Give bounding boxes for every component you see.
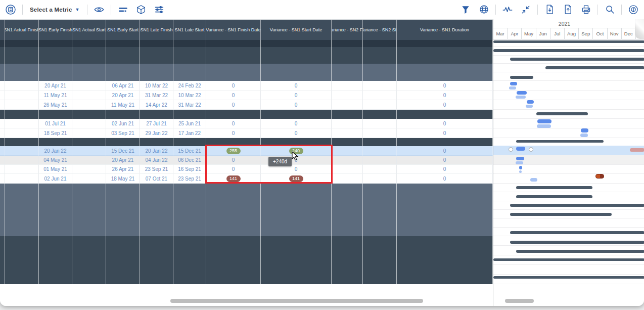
table-cell[interactable]: [261, 64, 332, 81]
table-cell[interactable]: 01 Jul 21: [39, 119, 72, 128]
table-cell[interactable]: [72, 138, 106, 146]
table-cell[interactable]: [332, 165, 363, 174]
table-cell[interactable]: 0: [206, 119, 261, 128]
table-cell[interactable]: 03 Sep 21: [106, 128, 140, 138]
table-cell[interactable]: [72, 110, 106, 119]
table-cell[interactable]: 141: [261, 174, 332, 184]
table-cell[interactable]: [106, 184, 140, 236]
table-row[interactable]: [0, 110, 493, 119]
table-cell[interactable]: [206, 138, 261, 146]
table-cell[interactable]: [106, 47, 140, 64]
table-cell[interactable]: [5, 47, 39, 64]
row-indicator-cell[interactable]: [0, 119, 5, 128]
table-cell[interactable]: 0: [261, 100, 332, 110]
table-cell[interactable]: 0: [206, 100, 261, 110]
table-cell[interactable]: [261, 47, 332, 64]
table-cell[interactable]: 0: [206, 91, 261, 100]
gantt-actual-bar[interactable]: [581, 128, 588, 132]
table-cell[interactable]: [363, 47, 397, 64]
table-row[interactable]: 11 May 2120 Apr 2131 Mar 2210 Mar 22000: [0, 91, 493, 100]
cube-icon[interactable]: [134, 3, 148, 16]
table-cell[interactable]: [397, 40, 493, 47]
column-header[interactable]: Variance - SN2 Sta: [363, 20, 397, 40]
table-cell[interactable]: [5, 91, 39, 100]
table-cell[interactable]: [363, 91, 397, 100]
table-cell[interactable]: [140, 184, 173, 236]
table-horizontal-scrollbar[interactable]: [170, 299, 423, 303]
table-cell[interactable]: 0: [397, 146, 493, 156]
table-cell[interactable]: [332, 146, 363, 156]
table-cell[interactable]: [261, 40, 332, 47]
table-cell[interactable]: [5, 110, 39, 119]
table-cell[interactable]: [397, 110, 493, 119]
column-header[interactable]: SN1 Early Finish: [39, 20, 72, 40]
gantt-baseline-bar[interactable]: [516, 96, 526, 99]
filter-icon[interactable]: [459, 3, 472, 16]
gantt-baseline-bar[interactable]: [509, 86, 516, 90]
table-cell[interactable]: 0: [397, 100, 493, 110]
table-cell[interactable]: [397, 184, 493, 236]
table-row[interactable]: [0, 138, 493, 146]
signal-wave-icon[interactable]: [501, 3, 514, 16]
table-row[interactable]: 20 Jan 2215 Dec 2120 Jan 2215 Dec 212552…: [0, 146, 493, 156]
table-cell[interactable]: [5, 119, 39, 128]
row-indicator-cell[interactable]: [0, 184, 5, 236]
table-cell[interactable]: [363, 146, 397, 156]
gantt-baseline-bar[interactable]: [516, 161, 523, 164]
table-cell[interactable]: [72, 128, 106, 138]
table-cell[interactable]: [261, 184, 332, 236]
row-indicator-cell[interactable]: [0, 91, 5, 100]
table-cell[interactable]: [72, 47, 106, 64]
table-cell[interactable]: 14 Apr 22: [140, 100, 173, 110]
gantt-actual-bar[interactable]: [517, 91, 527, 95]
table-cell[interactable]: 27 Jul 21: [140, 119, 173, 128]
app-menu-icon[interactable]: [4, 3, 17, 16]
table-cell[interactable]: [397, 64, 493, 81]
table-cell[interactable]: [363, 236, 397, 284]
row-indicator-cell[interactable]: [0, 128, 5, 138]
table-cell[interactable]: [206, 47, 261, 64]
table-cell[interactable]: [332, 47, 363, 64]
column-header[interactable]: SN1 Actual Start: [72, 20, 106, 40]
table-cell[interactable]: [39, 64, 72, 81]
table-cell[interactable]: [397, 236, 493, 284]
table-cell[interactable]: 23 Sep 21: [140, 165, 173, 174]
gantt-summary-bar[interactable]: [516, 250, 644, 253]
table-cell[interactable]: [39, 236, 72, 284]
table-cell[interactable]: [5, 138, 39, 146]
table-cell[interactable]: [332, 128, 363, 138]
table-cell[interactable]: 04 May 21: [39, 156, 72, 165]
table-cell[interactable]: 20 Apr 21: [39, 81, 72, 91]
metric-selector[interactable]: Select a Metric ▼: [28, 7, 82, 13]
table-cell[interactable]: 141: [206, 174, 261, 184]
table-cell[interactable]: 0: [206, 156, 261, 165]
table-cell[interactable]: 26 Apr 21: [106, 165, 140, 174]
table-cell[interactable]: [206, 236, 261, 284]
table-cell[interactable]: 02 Jun 21: [39, 174, 72, 184]
table-cell[interactable]: 0: [261, 128, 332, 138]
table-cell[interactable]: [206, 64, 261, 81]
gantt-summary-bar[interactable]: [510, 241, 644, 244]
gantt-summary-bar[interactable]: [510, 231, 644, 234]
table-cell[interactable]: [206, 184, 261, 236]
table-row[interactable]: 20 Apr 2106 Apr 2110 Mar 2224 Feb 22000: [0, 81, 493, 91]
table-cell[interactable]: 15 Dec 21: [173, 146, 206, 156]
table-cell[interactable]: [173, 64, 206, 81]
row-indicator-cell[interactable]: [0, 156, 5, 165]
gantt-actual-bar[interactable]: [516, 157, 524, 160]
row-indicator-cell[interactable]: [0, 138, 5, 146]
gantt-baseline-bar[interactable]: [530, 178, 537, 182]
table-cell[interactable]: [39, 138, 72, 146]
table-row[interactable]: 01 Jul 2102 Jun 2127 Jul 2125 Jun 21000: [0, 119, 493, 128]
table-cell[interactable]: 01 May 21: [39, 165, 72, 174]
table-cell[interactable]: [363, 119, 397, 128]
gantt-summary-bar[interactable]: [493, 49, 644, 52]
table-cell[interactable]: 11 May 21: [106, 100, 140, 110]
doc-import-icon[interactable]: [543, 3, 556, 16]
table-row[interactable]: 26 May 2111 May 2114 Apr 2231 Mar 22000: [0, 100, 493, 110]
table-cell[interactable]: 15 Dec 21: [106, 146, 140, 156]
table-cell[interactable]: [397, 138, 493, 146]
gantt-baseline-bar[interactable]: [526, 105, 533, 108]
gantt-milestone-bar[interactable]: [529, 147, 533, 152]
table-row[interactable]: [0, 64, 493, 81]
